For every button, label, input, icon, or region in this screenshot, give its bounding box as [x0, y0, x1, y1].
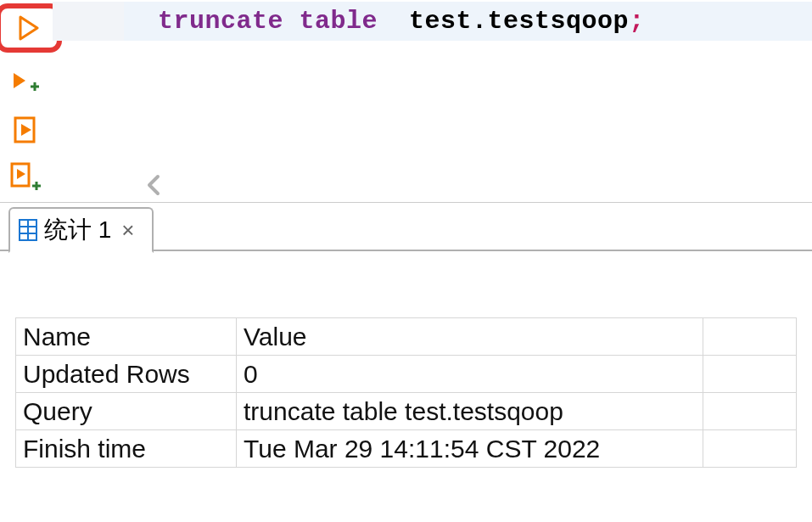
explain-plan-button[interactable] — [6, 112, 47, 148]
cell-name: Updated Rows — [16, 356, 237, 393]
editor-gutter — [53, 2, 124, 41]
chevron-left-icon — [144, 174, 165, 196]
tab-label: 统计 1 — [44, 214, 111, 246]
svg-marker-7 — [17, 169, 25, 179]
tab-statistics-1[interactable]: 统计 1 × — [8, 207, 154, 253]
svg-marker-1 — [14, 73, 25, 88]
cell-name: Query — [16, 393, 237, 430]
col-header-name[interactable]: Name — [16, 318, 237, 356]
svg-marker-0 — [20, 17, 37, 39]
sql-toolbar — [0, 0, 53, 202]
col-header-value[interactable]: Value — [237, 318, 703, 356]
table-row[interactable]: Query truncate table test.testsqoop — [16, 393, 797, 430]
results-panel: Name Value Updated Rows 0 Query truncate… — [0, 251, 812, 522]
sql-editor[interactable]: truncate table test.testsqoop ; — [53, 0, 812, 202]
sql-terminator: ; — [629, 7, 645, 36]
svg-marker-5 — [21, 124, 31, 136]
results-table: Name Value Updated Rows 0 Query truncate… — [15, 317, 797, 468]
table-header-row: Name Value — [16, 318, 797, 356]
script-play-icon — [13, 115, 40, 144]
cell-value: truncate table test.testsqoop — [237, 393, 703, 430]
sql-object: test.testsqoop — [409, 7, 629, 36]
table-row[interactable]: Finish time Tue Mar 29 14:11:54 CST 2022 — [16, 430, 797, 468]
editor-scroll-hint — [53, 168, 812, 202]
cell-value: 0 — [237, 356, 703, 393]
explain-plan-new-button[interactable] — [6, 160, 47, 195]
script-play-plus-icon — [10, 162, 42, 193]
sql-statement[interactable]: truncate table test.testsqoop ; — [124, 2, 812, 41]
table-icon — [19, 219, 37, 241]
cell-value: Tue Mar 29 14:11:54 CST 2022 — [237, 430, 703, 468]
run-new-tab-button[interactable] — [6, 65, 47, 100]
results-tabstrip: 统计 1 × — [0, 202, 812, 251]
play-plus-icon — [12, 70, 41, 95]
sql-editor-window: truncate table test.testsqoop ; — [0, 0, 812, 522]
editor-area: truncate table test.testsqoop ; — [0, 0, 812, 202]
cell-name: Finish time — [16, 430, 237, 468]
table-row[interactable]: Updated Rows 0 — [16, 356, 797, 393]
sql-keyword: truncate — [158, 7, 283, 36]
tab-close-button[interactable]: × — [118, 217, 137, 244]
col-header-blank — [703, 318, 797, 356]
play-icon — [18, 15, 40, 41]
sql-keyword: table — [300, 7, 378, 36]
